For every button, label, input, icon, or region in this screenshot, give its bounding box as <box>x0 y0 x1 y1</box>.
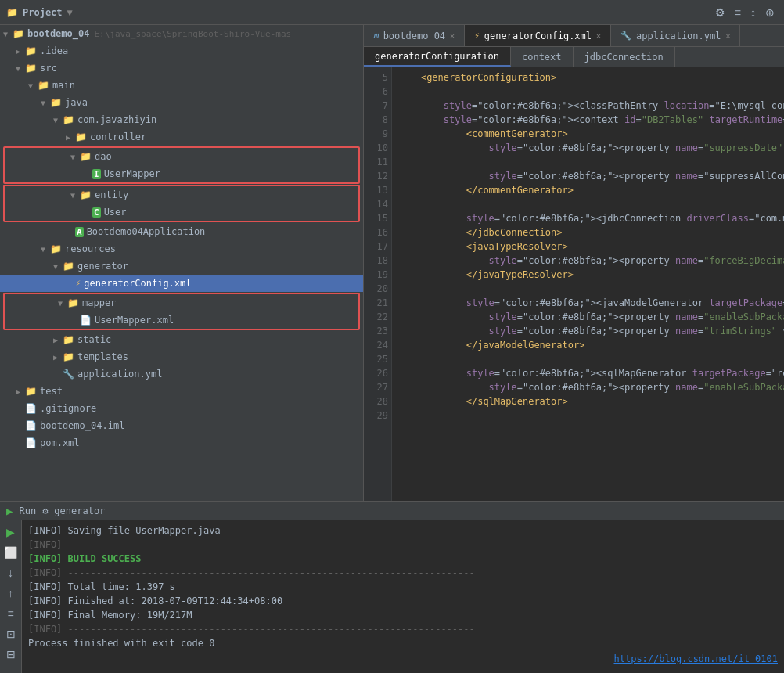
toolbar-icons: ⚙ ≡ ↕ ⊕ <box>712 5 778 20</box>
tree-test[interactable]: ▶ 📁 test <box>0 383 363 400</box>
tree-templates[interactable]: ▶ 📁 templates <box>0 348 363 365</box>
tree-src[interactable]: ▼ 📁 src <box>0 59 363 77</box>
generatorconfig-xml-label: generatorConfig.xml <box>84 278 191 289</box>
gear-icon: ⚙ <box>42 506 48 516</box>
resources-label: resources <box>65 243 116 254</box>
main-folder-icon: 📁 <box>38 80 49 91</box>
stop-btn[interactable]: ⬜ <box>2 544 20 561</box>
tab-application-yml[interactable]: 🔧 application.yml ✕ <box>611 25 740 46</box>
tree-generatorconfig-xml[interactable]: ⚡ generatorConfig.xml <box>0 275 363 292</box>
tree-root[interactable]: ▼ 📁 bootdemo_04 E:\java_space\SpringBoot… <box>0 25 363 42</box>
wrap-btn[interactable]: ≡ <box>2 605 20 622</box>
entity-folder-icon: 📁 <box>80 189 92 200</box>
scroll-down-btn[interactable]: ↓ <box>2 564 20 581</box>
user-icon: C <box>92 207 101 218</box>
test-arrow: ▶ <box>16 387 25 396</box>
tree-pom-xml[interactable]: 📄 pom.xml <box>0 434 363 452</box>
tree-application-yaml[interactable]: 🔧 application.yml <box>0 365 363 383</box>
scroll-up-btn[interactable]: ↑ <box>2 585 20 602</box>
src-folder-icon: 📁 <box>25 63 37 74</box>
com-label: com.javazhiyin <box>77 114 156 125</box>
dropdown-arrow[interactable]: ▼ <box>67 7 73 18</box>
tree-controller[interactable]: ▶ 📁 controller <box>0 128 363 146</box>
bottom-toolbar: ▶ Run ⚙ generator <box>0 502 784 520</box>
tree-usermapper-xml[interactable]: 📄 UserMapper.xml <box>5 311 358 329</box>
bootapp-icon: A <box>75 227 84 237</box>
tree-resources[interactable]: ▼ 📁 resources <box>0 240 363 257</box>
tab-appyml-close[interactable]: ✕ <box>725 31 730 40</box>
tab-generatorconfig[interactable]: ⚡ generatorConfig.xml ✕ <box>465 25 611 46</box>
filter-btn[interactable]: ⊟ <box>2 646 20 663</box>
tree-entity[interactable]: ▼ 📁 entity <box>5 186 358 203</box>
pom-label: pom.xml <box>40 437 80 448</box>
iml-icon: 📄 <box>25 420 37 431</box>
tree-mapper[interactable]: ▼ 📁 mapper <box>5 294 358 311</box>
toolbar-sort-btn[interactable]: ↕ <box>747 5 759 20</box>
code-editor[interactable]: 5678910111213141516171819202122232425262… <box>364 67 784 501</box>
com-folder-icon: 📁 <box>63 114 74 125</box>
dao-label: dao <box>95 151 112 162</box>
tree-generator[interactable]: ▼ 📁 generator <box>0 257 363 275</box>
root-folder-icon: 📁 <box>13 28 24 39</box>
iml-label: bootdemo_04.iml <box>40 420 124 431</box>
templates-label: templates <box>77 351 128 362</box>
console-output: [INFO] Saving file UserMapper.java[INFO]… <box>22 520 784 673</box>
run-icon: ▶ <box>6 505 13 517</box>
tree-com-javazhiyin[interactable]: ▼ 📁 com.javazhiyin <box>0 111 363 128</box>
tree-main[interactable]: ▼ 📁 main <box>0 77 363 94</box>
mapper-arrow: ▼ <box>58 299 67 308</box>
tree-dao[interactable]: ▼ 📁 dao <box>5 148 358 165</box>
root-name: bootdemo_04 <box>27 28 89 39</box>
pom-icon: 📄 <box>25 437 37 448</box>
tab-appyml-label: application.yml <box>636 31 721 41</box>
resources-folder-icon: 📁 <box>50 243 62 254</box>
tree-static[interactable]: ▶ 📁 static <box>0 331 363 348</box>
sec-tab-context-label: context <box>522 52 562 63</box>
tab-generatorconfig-close[interactable]: ✕ <box>596 31 601 40</box>
templates-arrow: ▶ <box>53 353 63 362</box>
code-content[interactable]: <generatorConfiguration> style="color:#e… <box>392 67 784 501</box>
main-arrow: ▼ <box>28 81 38 90</box>
static-folder-icon: 📁 <box>63 334 74 345</box>
gitignore-icon: 📄 <box>25 403 37 414</box>
bootapp-label: Bootdemo04Application <box>87 226 206 237</box>
tab-bootdemo04[interactable]: m bootdemo_04 ✕ <box>364 25 465 46</box>
expand-btn[interactable]: ⊡ <box>2 625 20 642</box>
main-label: main <box>52 80 75 91</box>
tree-gitignore[interactable]: 📄 .gitignore <box>0 400 363 417</box>
static-label: static <box>77 334 111 345</box>
tree-usermapper[interactable]: I UserMapper <box>5 165 358 182</box>
resources-arrow: ▼ <box>41 245 50 254</box>
sec-tab-generatorconfiguration[interactable]: generatorConfiguration <box>364 47 511 67</box>
appyaml-label: application.yml <box>77 369 162 380</box>
usermapper-xml-icon: 📄 <box>80 315 92 326</box>
sec-tab-generatorconfiguration-label: generatorConfiguration <box>375 51 499 62</box>
toolbar-menu-btn[interactable]: ≡ <box>732 5 744 20</box>
project-label: Project <box>23 7 63 18</box>
tab-bootdemo04-icon: m <box>373 31 379 41</box>
toolbar-settings-btn[interactable]: ⚙ <box>712 5 728 20</box>
sec-tab-jdbcconnection[interactable]: jdbcConnection <box>574 47 675 67</box>
dao-highlight-box: ▼ 📁 dao I UserMapper <box>3 146 360 184</box>
src-arrow: ▼ <box>16 64 25 73</box>
tree-user[interactable]: C User <box>5 203 358 221</box>
tab-appyml-icon: 🔧 <box>620 31 631 41</box>
editor-tabs: m bootdemo_04 ✕ ⚡ generatorConfig.xml ✕ … <box>364 25 784 47</box>
sec-tab-context[interactable]: context <box>511 47 574 67</box>
tab-bootdemo04-close[interactable]: ✕ <box>450 31 455 40</box>
tree-iml[interactable]: 📄 bootdemo_04.iml <box>0 417 363 434</box>
src-label: src <box>40 63 57 74</box>
toolbar-add-btn[interactable]: ⊕ <box>762 5 778 20</box>
tree-bootdemo04app[interactable]: A Bootdemo04Application <box>0 223 363 240</box>
controller-folder-icon: 📁 <box>75 131 87 142</box>
generator-label: generator <box>77 261 128 272</box>
tree-idea[interactable]: ▶ 📁 .idea <box>0 42 363 59</box>
usermapper-label: UserMapper <box>104 168 160 179</box>
controller-label: controller <box>90 131 146 142</box>
run-btn[interactable]: ▶ <box>2 524 20 541</box>
tree-java[interactable]: ▼ 📁 java <box>0 94 363 111</box>
mapper-highlight-box: ▼ 📁 mapper 📄 UserMapper.xml <box>3 293 360 330</box>
usermapper-icon: I <box>92 169 101 179</box>
sec-tab-jdbcconnection-label: jdbcConnection <box>584 52 664 63</box>
java-arrow: ▼ <box>41 99 50 107</box>
